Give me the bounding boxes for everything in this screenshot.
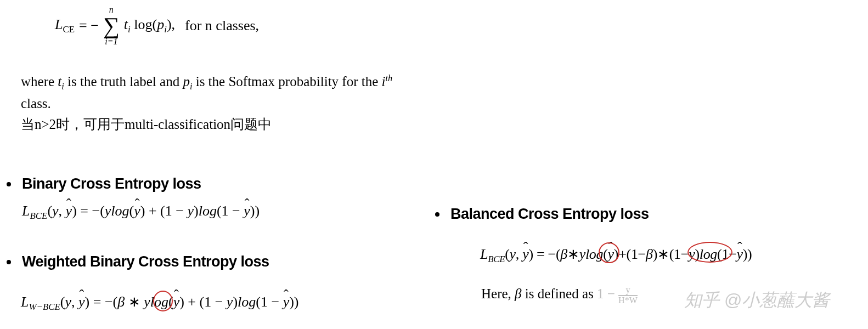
annotation-circle-beta bbox=[153, 291, 173, 311]
bullet-icon bbox=[7, 182, 11, 186]
chinese-note: 当n>2时，可用于multi-classification问题中 bbox=[21, 115, 272, 133]
beta-definition: Here, β is defined as 1 − yH*W bbox=[481, 285, 638, 305]
formula-cross-entropy: LCE = − n ∑ i=1 ti log(pi), for n classe… bbox=[55, 5, 439, 57]
annotation-circle-beta2 bbox=[599, 242, 619, 263]
bullet-icon bbox=[7, 260, 11, 264]
section-weighted-bce: Weighted Binary Cross Entropy loss bbox=[7, 253, 269, 270]
section-title: Balanced Cross Entropy loss bbox=[450, 206, 649, 223]
section-title: Weighted Binary Cross Entropy loss bbox=[22, 253, 269, 270]
section-binary-ce: Binary Cross Entropy loss bbox=[7, 175, 201, 192]
bullet-icon bbox=[435, 212, 439, 217]
summation-symbol: ∑ bbox=[103, 14, 120, 37]
annotation-circle-oneminusbeta bbox=[687, 242, 732, 263]
section-balanced-ce: Balanced Cross Entropy loss bbox=[435, 206, 649, 223]
watermark: 知乎 @小葱蘸大酱 bbox=[684, 288, 830, 313]
where-description: where ti is the truth label and pi is th… bbox=[21, 71, 405, 114]
formula-bce: LBCE(y, y) = −(ylog(y) + (1 − y)log(1 − … bbox=[22, 203, 260, 222]
section-title: Binary Cross Entropy loss bbox=[22, 175, 201, 192]
